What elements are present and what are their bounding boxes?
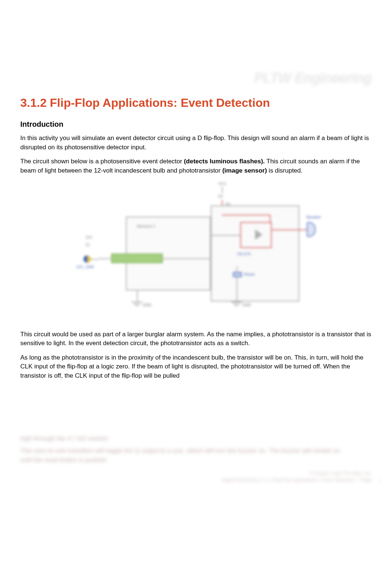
wire-reset-v (237, 266, 237, 289)
wire-mid-h (163, 258, 211, 259)
para2-text-e: is disrupted. (267, 167, 302, 174)
gnd-right-bar1 (231, 302, 242, 302)
ff-part-label: 74LS74 (237, 252, 251, 256)
para2-text-a: The circuit shown below is a photosensit… (20, 158, 184, 165)
wire-to-clk (211, 235, 240, 236)
section-heading-introduction: Introduction (20, 120, 372, 129)
wire-gnd-right (237, 289, 237, 302)
paragraph-4: As long as the phototransistor is in the… (20, 353, 372, 381)
paragraph-1: In this activity you will simulate an ev… (20, 134, 372, 152)
paragraph-3: This circuit would be used as part of a … (20, 330, 372, 348)
gnd-left-bar2 (133, 303, 141, 304)
gnd1-label: GND (142, 303, 151, 307)
footer-line1: © Project Lead The Way, Inc. (180, 470, 372, 477)
blurred-text-2: This zero-to-one transition will toggle … (20, 446, 353, 465)
gnd-left-bar3 (135, 305, 139, 306)
circuit-diagram: VCC 5V R1 12V X1 12V_10W Element 1 Speak… (63, 181, 329, 322)
para2-bold-d: (image sensor) (222, 167, 267, 174)
wire-to-buzzer (272, 229, 307, 230)
document-title: 3.1.2 Flip-Flop Applications: Event Dete… (20, 96, 372, 110)
wire-red-top (222, 215, 270, 215)
para2-bold-b: (detects luminous flashes). (184, 158, 265, 165)
gnd-left-bar1 (131, 302, 142, 302)
voltage-12v: 12V (85, 235, 93, 239)
blurred-text-1: high through the 4.7 kΩ resistor. (20, 434, 109, 443)
paragraph-2: The circuit shown below is a photosensit… (20, 157, 372, 175)
page-number: 1 (378, 478, 381, 484)
lamp-rating: 12V_10W (76, 265, 94, 269)
brand-watermark: PLTW Engineering (254, 70, 372, 86)
wire-lamp (91, 259, 98, 260)
reset-label: Reset (244, 272, 255, 276)
vcc-label: VCC (218, 181, 227, 186)
element1-label: Element 1 (137, 224, 155, 228)
voltage-5v: 5V (218, 194, 223, 198)
speaker-label: Speaker (306, 215, 321, 219)
gnd2-label: GND (242, 303, 251, 307)
wire-red-drop (270, 215, 271, 222)
wire-vcc (222, 187, 223, 193)
block-right (211, 205, 299, 302)
gnd-right-bar3 (235, 305, 238, 306)
phototransistor-icon (111, 254, 163, 263)
buzzer-icon (307, 222, 316, 237)
x1-label: X1 (85, 242, 90, 247)
reset-button-icon (233, 272, 242, 277)
gnd-right-bar2 (233, 303, 240, 304)
wire-gnd-left (137, 290, 138, 302)
footer-copyright: © Project Lead The Way, Inc. Digital Ele… (180, 470, 372, 486)
clock-triangle-icon (255, 229, 262, 240)
footer-line2: Digital Electronics 3.1.2 Flip-Flop Appl… (180, 477, 372, 483)
wire-mid-v (211, 235, 212, 259)
lamp-icon (83, 255, 91, 263)
wire-photo (98, 258, 111, 259)
